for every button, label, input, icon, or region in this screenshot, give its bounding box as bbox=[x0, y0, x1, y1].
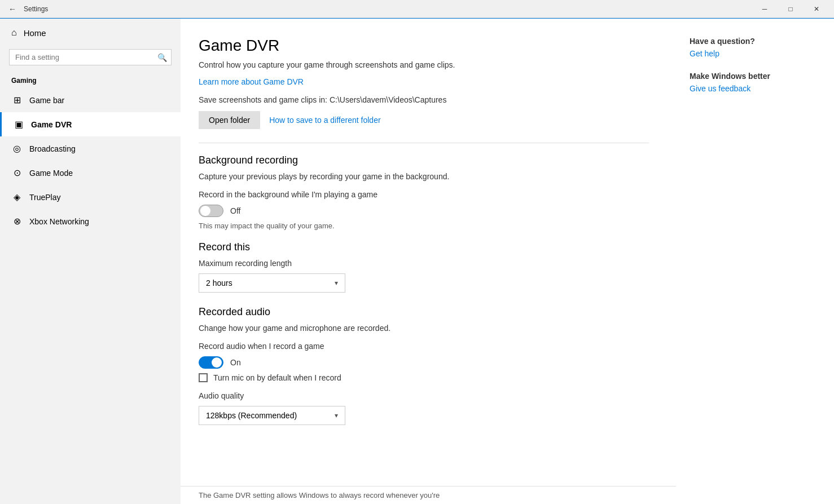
sidebar-item-trueplay[interactable]: ◈ TruePlay bbox=[0, 185, 181, 209]
mic-checkbox-label: Turn mic on by default when I record bbox=[213, 373, 341, 382]
game-dvr-icon: ▣ bbox=[13, 119, 24, 130]
record-audio-toggle-label: Record audio when I record a game bbox=[199, 342, 649, 351]
sidebar-search-container: 🔍 bbox=[9, 49, 172, 65]
sidebar-item-broadcasting[interactable]: ◎ Broadcasting bbox=[0, 136, 181, 161]
app-body: ⌂ Home 🔍 Gaming ⊞ Game bar ▣ Game DVR ◎ … bbox=[0, 19, 834, 504]
audio-toggle-state: On bbox=[230, 358, 241, 367]
sidebar-item-label: TruePlay bbox=[29, 193, 61, 202]
titlebar-title: Settings bbox=[24, 5, 48, 13]
background-recording-desc: Capture your previous plays by recording… bbox=[199, 172, 649, 181]
back-button[interactable]: ← bbox=[5, 1, 20, 17]
help-title: Have a question? bbox=[690, 37, 820, 46]
max-length-label: Maximum recording length bbox=[199, 259, 649, 268]
record-this-title: Record this bbox=[199, 241, 649, 253]
recorded-audio-section: Recorded audio Change how your game and … bbox=[199, 306, 649, 425]
search-icon: 🔍 bbox=[157, 53, 167, 62]
mic-checkbox[interactable] bbox=[199, 373, 208, 382]
page-desc: Control how you capture your game throug… bbox=[199, 60, 627, 69]
sidebar: ⌂ Home 🔍 Gaming ⊞ Game bar ▣ Game DVR ◎ … bbox=[0, 19, 181, 504]
search-input[interactable] bbox=[9, 49, 172, 65]
bg-toggle-label: Record in the background while I'm playi… bbox=[199, 190, 649, 199]
window-controls: ─ □ ✕ bbox=[752, 0, 829, 18]
sidebar-item-label: Game bar bbox=[29, 96, 64, 105]
impact-note: This may impact the quality of your game… bbox=[199, 222, 649, 230]
xbox-networking-icon: ⊗ bbox=[11, 216, 23, 227]
learn-more-link[interactable]: Learn more about Game DVR bbox=[199, 77, 304, 86]
main-content: Game DVR Control how you capture your ga… bbox=[181, 19, 676, 504]
toggle-knob bbox=[200, 206, 210, 216]
bg-toggle-state: Off bbox=[230, 206, 240, 215]
game-mode-icon: ⊙ bbox=[11, 167, 23, 178]
audio-toggle-row: On bbox=[199, 356, 649, 369]
sidebar-item-home[interactable]: ⌂ Home bbox=[0, 19, 181, 47]
recorded-audio-desc: Change how your game and microphone are … bbox=[199, 324, 649, 333]
bg-record-toggle[interactable] bbox=[199, 205, 223, 217]
background-recording-section: Background recording Capture your previo… bbox=[199, 154, 649, 230]
get-help-link[interactable]: Get help bbox=[690, 49, 820, 58]
home-icon: ⌂ bbox=[11, 28, 17, 38]
sidebar-section-label: Gaming bbox=[0, 72, 181, 88]
divider-1 bbox=[199, 143, 649, 143]
sidebar-item-label: Broadcasting bbox=[29, 144, 76, 153]
sidebar-home-label: Home bbox=[24, 28, 46, 38]
open-folder-button[interactable]: Open folder bbox=[199, 111, 260, 129]
trueplay-icon: ◈ bbox=[11, 192, 23, 202]
bg-toggle-row: Off bbox=[199, 205, 649, 217]
audio-quality-dropdown[interactable]: 128kbps (Recommended) ▾ bbox=[199, 406, 345, 425]
max-length-dropdown[interactable]: 2 hours ▾ bbox=[199, 273, 345, 293]
titlebar: ← Settings ─ □ ✕ bbox=[0, 0, 834, 18]
mic-checkbox-row: Turn mic on by default when I record bbox=[199, 373, 649, 382]
audio-quality-dropdown-row: 128kbps (Recommended) ▾ bbox=[199, 406, 649, 425]
minimize-button[interactable]: ─ bbox=[752, 0, 778, 18]
close-button[interactable]: ✕ bbox=[804, 0, 829, 18]
sidebar-item-label: Game DVR bbox=[31, 120, 72, 129]
sidebar-item-label: Xbox Networking bbox=[29, 217, 89, 226]
audio-quality-label: Audio quality bbox=[199, 391, 649, 400]
recorded-audio-title: Recorded audio bbox=[199, 306, 649, 318]
sidebar-item-game-bar[interactable]: ⊞ Game bar bbox=[0, 88, 181, 112]
game-bar-icon: ⊞ bbox=[11, 95, 23, 105]
feedback-title: Make Windows better bbox=[690, 72, 820, 81]
sidebar-item-game-mode[interactable]: ⊙ Game Mode bbox=[0, 161, 181, 185]
background-recording-title: Background recording bbox=[199, 154, 649, 166]
bottom-note: The Game DVR setting allows Windows to a… bbox=[181, 486, 676, 504]
audio-quality-dropdown-value: 128kbps (Recommended) bbox=[206, 411, 297, 420]
chevron-down-icon-2: ▾ bbox=[335, 412, 338, 419]
sidebar-item-game-dvr[interactable]: ▣ Game DVR bbox=[0, 112, 181, 136]
record-audio-toggle[interactable] bbox=[199, 356, 223, 369]
max-length-dropdown-row: 2 hours ▾ bbox=[199, 273, 649, 293]
broadcasting-icon: ◎ bbox=[11, 143, 23, 154]
how-to-save-link[interactable]: How to save to a different folder bbox=[269, 116, 380, 125]
folder-row: Open folder How to save to a different f… bbox=[199, 111, 649, 129]
save-path-label: Save screenshots and game clips in: C:\U… bbox=[199, 95, 649, 104]
page-title: Game DVR bbox=[199, 37, 649, 55]
max-length-dropdown-value: 2 hours bbox=[206, 278, 232, 288]
record-this-section: Record this Maximum recording length 2 h… bbox=[199, 241, 649, 293]
give-feedback-link[interactable]: Give us feedback bbox=[690, 84, 820, 93]
chevron-down-icon: ▾ bbox=[335, 279, 338, 287]
sidebar-item-label: Game Mode bbox=[29, 169, 73, 178]
right-panel: Have a question? Get help Make Windows b… bbox=[676, 19, 834, 504]
sidebar-item-xbox-networking[interactable]: ⊗ Xbox Networking bbox=[0, 209, 181, 233]
toggle-knob-on bbox=[212, 357, 222, 368]
maximize-button[interactable]: □ bbox=[778, 0, 804, 18]
